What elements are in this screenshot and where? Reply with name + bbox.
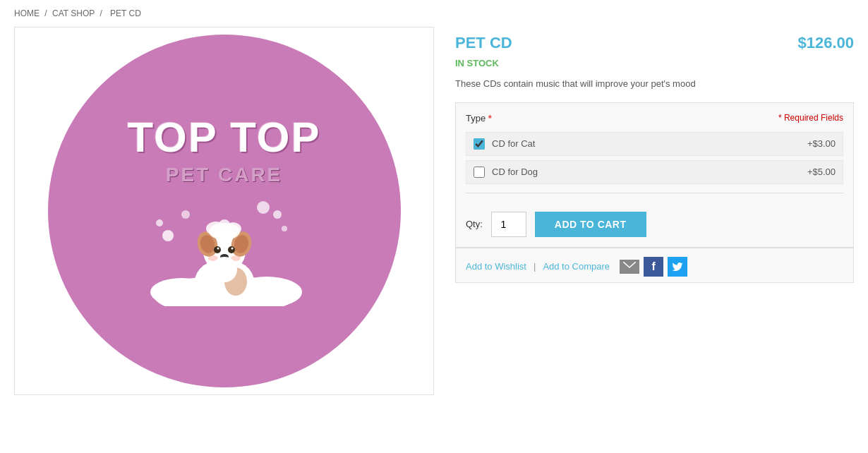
breadcrumb-catshop[interactable]: CAT SHOP xyxy=(52,8,95,18)
actions-row: Add to Wishlist | Add to Compare f xyxy=(456,248,853,282)
svg-point-17 xyxy=(217,247,219,249)
breadcrumb: HOME / CAT SHOP / PET CD xyxy=(0,0,868,27)
product-circle: TOP TOP PET CARE xyxy=(48,35,401,387)
option-cat-price: +$3.00 xyxy=(807,138,836,149)
type-label: Type * xyxy=(466,113,492,123)
svg-point-5 xyxy=(273,210,282,219)
email-icon[interactable] xyxy=(620,260,639,274)
add-to-compare-link[interactable]: Add to Compare xyxy=(543,261,610,272)
circle-title-line1: TOP TOP xyxy=(127,114,320,161)
svg-point-6 xyxy=(282,226,287,231)
product-details: PET CD $126.00 IN STOCK These CDs contai… xyxy=(455,27,854,395)
product-description: These CDs contain music that will improv… xyxy=(455,77,854,91)
option-row-cat: CD for Cat +$3.00 xyxy=(466,132,843,156)
twitter-icon[interactable] xyxy=(668,257,687,277)
social-icons: f xyxy=(620,257,687,277)
svg-point-29 xyxy=(219,219,230,231)
option-cat-label[interactable]: CD for Cat xyxy=(492,138,807,149)
svg-point-25 xyxy=(212,257,237,282)
actions-separator: | xyxy=(534,261,536,272)
product-price: $126.00 xyxy=(797,34,854,52)
add-to-wishlist-link[interactable]: Add to Wishlist xyxy=(466,261,526,272)
product-name: PET CD xyxy=(455,34,512,52)
breadcrumb-current: PET CD xyxy=(110,8,141,18)
breadcrumb-home[interactable]: HOME xyxy=(14,8,40,18)
breadcrumb-sep1: / xyxy=(44,8,47,18)
svg-point-16 xyxy=(228,246,235,253)
qty-label: Qty: xyxy=(466,219,483,229)
options-container: Type * * Required Fields CD for Cat +$3.… xyxy=(455,102,854,283)
option-dog-price: +$5.00 xyxy=(807,167,836,177)
product-header: PET CD $126.00 xyxy=(455,34,854,52)
facebook-icon[interactable]: f xyxy=(644,257,663,277)
option-checkbox-cat[interactable] xyxy=(474,138,485,150)
option-dog-label[interactable]: CD for Dog xyxy=(492,167,807,177)
svg-point-15 xyxy=(214,246,221,253)
dog-illustration xyxy=(147,193,302,308)
svg-point-3 xyxy=(162,230,174,241)
main-content: TOP TOP PET CARE xyxy=(0,27,868,409)
svg-point-8 xyxy=(181,210,190,219)
option-checkbox-dog[interactable] xyxy=(474,167,485,178)
cart-row: Qty: ADD TO CART xyxy=(456,212,853,247)
options-header: Type * * Required Fields xyxy=(466,113,843,123)
circle-title-line2: PET CARE xyxy=(166,164,283,186)
svg-point-4 xyxy=(156,219,163,226)
breadcrumb-sep2: / xyxy=(100,8,102,18)
qty-input[interactable] xyxy=(491,212,526,237)
stock-status: IN STOCK xyxy=(455,58,854,68)
type-label-text: Type xyxy=(466,113,486,123)
divider-1 xyxy=(466,193,843,193)
product-image-container: TOP TOP PET CARE xyxy=(14,27,434,395)
options-inner: Type * * Required Fields CD for Cat +$3.… xyxy=(456,103,853,212)
svg-point-7 xyxy=(257,201,270,214)
option-row-dog: CD for Dog +$5.00 xyxy=(466,160,843,184)
svg-point-22 xyxy=(191,284,216,301)
add-to-cart-button[interactable]: ADD TO CART xyxy=(535,212,646,237)
required-fields-label: * Required Fields xyxy=(778,113,843,123)
svg-point-18 xyxy=(231,247,233,249)
required-asterisk: * xyxy=(488,113,492,123)
